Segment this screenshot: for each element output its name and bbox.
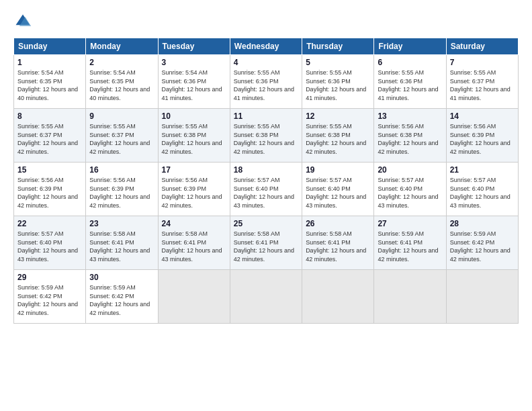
day-details: Sunrise: 5:59 AMSunset: 6:41 PMDaylight:… bbox=[378, 230, 438, 263]
calendar-day-cell: 21Sunrise: 5:57 AMSunset: 6:40 PMDayligh… bbox=[446, 163, 518, 216]
header bbox=[13, 12, 519, 31]
calendar-day-cell: 20Sunrise: 5:57 AMSunset: 6:40 PMDayligh… bbox=[374, 163, 446, 216]
calendar-header-row: SundayMondayTuesdayWednesdayThursdayFrid… bbox=[14, 38, 519, 55]
calendar-day-cell bbox=[302, 270, 374, 324]
calendar-day-cell: 7Sunrise: 5:55 AMSunset: 6:37 PMDaylight… bbox=[446, 55, 518, 109]
day-details: Sunrise: 5:59 AMSunset: 6:42 PMDaylight:… bbox=[89, 284, 150, 316]
day-number: 8 bbox=[17, 111, 82, 121]
calendar-day-cell: 1Sunrise: 5:54 AMSunset: 6:35 PMDaylight… bbox=[14, 55, 86, 109]
calendar-day-cell: 10Sunrise: 5:55 AMSunset: 6:38 PMDayligh… bbox=[158, 109, 230, 163]
day-details: Sunrise: 5:55 AMSunset: 6:37 PMDaylight:… bbox=[450, 69, 511, 101]
day-number: 18 bbox=[234, 165, 298, 175]
day-details: Sunrise: 5:56 AMSunset: 6:39 PMDaylight:… bbox=[450, 123, 511, 155]
calendar-week-row: 15Sunrise: 5:56 AMSunset: 6:39 PMDayligh… bbox=[14, 163, 519, 216]
calendar-day-cell: 6Sunrise: 5:55 AMSunset: 6:36 PMDaylight… bbox=[374, 55, 446, 109]
day-number: 6 bbox=[378, 58, 442, 67]
day-number: 14 bbox=[450, 111, 515, 121]
day-details: Sunrise: 5:55 AMSunset: 6:37 PMDaylight:… bbox=[17, 123, 78, 155]
day-details: Sunrise: 5:57 AMSunset: 6:40 PMDaylight:… bbox=[234, 177, 294, 209]
day-number: 22 bbox=[17, 219, 82, 228]
calendar-day-cell: 4Sunrise: 5:55 AMSunset: 6:36 PMDaylight… bbox=[230, 55, 302, 109]
day-details: Sunrise: 5:54 AMSunset: 6:35 PMDaylight:… bbox=[17, 69, 78, 101]
logo-icon bbox=[13, 12, 32, 31]
calendar-day-cell: 17Sunrise: 5:56 AMSunset: 6:39 PMDayligh… bbox=[158, 163, 230, 216]
day-number: 30 bbox=[89, 273, 154, 282]
calendar-day-cell: 15Sunrise: 5:56 AMSunset: 6:39 PMDayligh… bbox=[14, 163, 86, 216]
calendar-day-cell: 29Sunrise: 5:59 AMSunset: 6:42 PMDayligh… bbox=[14, 270, 86, 324]
day-number: 11 bbox=[234, 111, 298, 121]
day-details: Sunrise: 5:56 AMSunset: 6:39 PMDaylight:… bbox=[89, 177, 150, 209]
day-details: Sunrise: 5:56 AMSunset: 6:38 PMDaylight:… bbox=[378, 123, 438, 155]
day-details: Sunrise: 5:59 AMSunset: 6:42 PMDaylight:… bbox=[450, 230, 511, 263]
calendar-day-cell bbox=[374, 270, 446, 324]
day-details: Sunrise: 5:54 AMSunset: 6:36 PMDaylight:… bbox=[162, 69, 222, 101]
day-details: Sunrise: 5:55 AMSunset: 6:38 PMDaylight:… bbox=[306, 123, 366, 155]
calendar-day-cell: 9Sunrise: 5:55 AMSunset: 6:37 PMDaylight… bbox=[86, 109, 158, 163]
day-number: 16 bbox=[89, 165, 154, 175]
day-number: 15 bbox=[17, 165, 82, 175]
day-details: Sunrise: 5:55 AMSunset: 6:36 PMDaylight:… bbox=[378, 69, 438, 101]
calendar-week-row: 29Sunrise: 5:59 AMSunset: 6:42 PMDayligh… bbox=[14, 270, 519, 324]
day-number: 7 bbox=[450, 58, 515, 67]
day-number: 23 bbox=[89, 219, 154, 228]
day-number: 27 bbox=[378, 219, 442, 228]
day-number: 24 bbox=[162, 219, 226, 228]
day-details: Sunrise: 5:59 AMSunset: 6:42 PMDaylight:… bbox=[17, 284, 78, 316]
day-details: Sunrise: 5:58 AMSunset: 6:41 PMDaylight:… bbox=[306, 230, 366, 263]
calendar-week-row: 8Sunrise: 5:55 AMSunset: 6:37 PMDaylight… bbox=[14, 109, 519, 163]
day-details: Sunrise: 5:57 AMSunset: 6:40 PMDaylight:… bbox=[378, 177, 438, 209]
day-number: 17 bbox=[162, 165, 226, 175]
calendar-body: 1Sunrise: 5:54 AMSunset: 6:35 PMDaylight… bbox=[14, 55, 519, 324]
day-details: Sunrise: 5:57 AMSunset: 6:40 PMDaylight:… bbox=[17, 230, 78, 263]
day-details: Sunrise: 5:55 AMSunset: 6:36 PMDaylight:… bbox=[306, 69, 366, 101]
page: SundayMondayTuesdayWednesdayThursdayFrid… bbox=[0, 0, 532, 411]
day-details: Sunrise: 5:56 AMSunset: 6:39 PMDaylight:… bbox=[17, 177, 78, 209]
calendar-day-cell: 2Sunrise: 5:54 AMSunset: 6:35 PMDaylight… bbox=[86, 55, 158, 109]
day-details: Sunrise: 5:58 AMSunset: 6:41 PMDaylight:… bbox=[162, 230, 222, 263]
day-number: 5 bbox=[306, 58, 370, 67]
weekday-header: Monday bbox=[86, 38, 158, 55]
day-details: Sunrise: 5:58 AMSunset: 6:41 PMDaylight:… bbox=[234, 230, 294, 263]
calendar-day-cell: 12Sunrise: 5:55 AMSunset: 6:38 PMDayligh… bbox=[302, 109, 374, 163]
calendar-day-cell: 3Sunrise: 5:54 AMSunset: 6:36 PMDaylight… bbox=[158, 55, 230, 109]
weekday-header: Tuesday bbox=[158, 38, 230, 55]
day-details: Sunrise: 5:54 AMSunset: 6:35 PMDaylight:… bbox=[89, 69, 150, 101]
day-details: Sunrise: 5:57 AMSunset: 6:40 PMDaylight:… bbox=[306, 177, 366, 209]
day-number: 13 bbox=[378, 111, 442, 121]
calendar-day-cell bbox=[158, 270, 230, 324]
calendar-day-cell bbox=[230, 270, 302, 324]
weekday-header: Wednesday bbox=[230, 38, 302, 55]
day-number: 29 bbox=[17, 273, 82, 282]
day-details: Sunrise: 5:55 AMSunset: 6:38 PMDaylight:… bbox=[234, 123, 294, 155]
calendar-week-row: 1Sunrise: 5:54 AMSunset: 6:35 PMDaylight… bbox=[14, 55, 519, 109]
day-number: 21 bbox=[450, 165, 515, 175]
weekday-header: Friday bbox=[374, 38, 446, 55]
calendar-day-cell: 18Sunrise: 5:57 AMSunset: 6:40 PMDayligh… bbox=[230, 163, 302, 216]
weekday-header: Sunday bbox=[14, 38, 86, 55]
day-number: 12 bbox=[306, 111, 370, 121]
calendar-day-cell: 22Sunrise: 5:57 AMSunset: 6:40 PMDayligh… bbox=[14, 216, 86, 270]
calendar-day-cell: 16Sunrise: 5:56 AMSunset: 6:39 PMDayligh… bbox=[86, 163, 158, 216]
day-details: Sunrise: 5:57 AMSunset: 6:40 PMDaylight:… bbox=[450, 177, 511, 209]
day-number: 3 bbox=[162, 58, 226, 67]
day-number: 20 bbox=[378, 165, 442, 175]
calendar-week-row: 22Sunrise: 5:57 AMSunset: 6:40 PMDayligh… bbox=[14, 216, 519, 270]
day-number: 1 bbox=[17, 58, 82, 67]
calendar-day-cell: 26Sunrise: 5:58 AMSunset: 6:41 PMDayligh… bbox=[302, 216, 374, 270]
calendar-day-cell: 13Sunrise: 5:56 AMSunset: 6:38 PMDayligh… bbox=[374, 109, 446, 163]
day-number: 28 bbox=[450, 219, 515, 228]
calendar-day-cell: 27Sunrise: 5:59 AMSunset: 6:41 PMDayligh… bbox=[374, 216, 446, 270]
day-number: 9 bbox=[89, 111, 154, 121]
calendar-day-cell: 25Sunrise: 5:58 AMSunset: 6:41 PMDayligh… bbox=[230, 216, 302, 270]
day-details: Sunrise: 5:58 AMSunset: 6:41 PMDaylight:… bbox=[89, 230, 150, 263]
day-number: 25 bbox=[234, 219, 298, 228]
day-details: Sunrise: 5:55 AMSunset: 6:37 PMDaylight:… bbox=[89, 123, 150, 155]
calendar-table: SundayMondayTuesdayWednesdayThursdayFrid… bbox=[13, 38, 519, 324]
day-details: Sunrise: 5:55 AMSunset: 6:38 PMDaylight:… bbox=[162, 123, 222, 155]
calendar-day-cell: 19Sunrise: 5:57 AMSunset: 6:40 PMDayligh… bbox=[302, 163, 374, 216]
day-number: 19 bbox=[306, 165, 370, 175]
day-number: 2 bbox=[89, 58, 154, 67]
day-number: 4 bbox=[234, 58, 298, 67]
calendar-day-cell: 5Sunrise: 5:55 AMSunset: 6:36 PMDaylight… bbox=[302, 55, 374, 109]
calendar-day-cell: 14Sunrise: 5:56 AMSunset: 6:39 PMDayligh… bbox=[446, 109, 518, 163]
